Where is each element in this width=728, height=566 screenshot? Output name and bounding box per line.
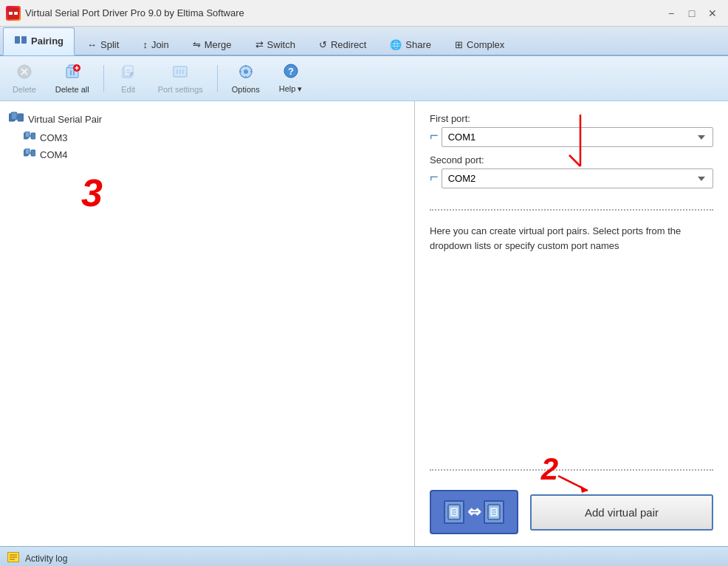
edit-icon [120,64,137,83]
status-icon [7,552,19,565]
delete-icon [16,64,32,83]
toolbar-separator-2 [217,65,218,92]
tab-switch[interactable]: ⇄ Switch [244,33,306,55]
tree-root[interactable]: Virtual Serial Pair [7,109,407,129]
svg-rect-37 [25,132,30,137]
redirect-icon: ↺ [319,39,327,50]
svg-rect-33 [11,112,17,120]
svg-rect-42 [31,150,35,156]
second-port-connector-icon: ⌐ [430,168,439,185]
help-icon: ? [283,63,299,83]
delete-all-label: Delete all [55,85,89,94]
port-settings-label: Port settings [158,85,203,94]
svg-point-25 [244,69,248,74]
annotation-2-arrow [551,472,595,502]
tab-redirect[interactable]: ↺ Redirect [308,33,377,55]
help-button[interactable]: ? Help ▾ [271,59,311,98]
tab-share[interactable]: 🌐 Share [379,33,442,55]
delete-button[interactable]: Delete [4,60,44,98]
annotation-3: 3 [81,171,407,215]
maximize-button[interactable]: □ [682,6,701,21]
toolbar-separator-1 [103,65,104,92]
ribbon-tabs: Pairing ↔ Split ↕ Join ⇋ Merge ⇄ Switch … [0,27,728,55]
port-box-right [484,500,504,524]
share-icon: 🌐 [390,39,402,50]
delete-all-button[interactable]: Delete all [47,60,97,98]
tab-join-label: Join [151,39,169,50]
tab-merge-label: Merge [205,39,232,50]
pair-graphic-inner: ⇔ [444,500,504,524]
tree-root-icon [9,111,24,127]
options-button[interactable]: Options [224,60,268,98]
arrows-icon: ⇔ [467,502,481,522]
split-icon: ↔ [87,39,97,50]
window-controls: − □ ✕ [662,6,722,21]
ribbon: Pairing ↔ Split ↕ Join ⇋ Merge ⇄ Switch … [0,27,728,56]
spacer [430,260,713,456]
tree-children: COM3 COM4 [22,129,407,163]
svg-rect-38 [31,133,35,139]
options-icon [238,64,254,83]
tab-complex-label: Complex [467,39,504,50]
tab-merge[interactable]: ⇋ Merge [182,33,243,55]
tree-item-com4[interactable]: COM4 [22,146,407,163]
window-title: Virtual Serial Port Driver Pro 9.0 by El… [25,7,244,18]
options-label: Options [232,85,260,94]
tab-complex[interactable]: ⊞ Complex [444,33,515,55]
help-label: Help ▾ [279,84,303,94]
switch-icon: ⇄ [255,39,264,50]
merge-icon: ⇋ [193,39,201,50]
tab-pairing[interactable]: Pairing [3,27,75,55]
svg-rect-41 [25,149,30,154]
status-text: Activity log [25,553,67,564]
com3-icon [24,132,35,144]
complex-icon: ⊞ [455,39,463,50]
port-settings-button[interactable]: Port settings [150,60,211,98]
edit-button[interactable]: Edit [110,60,147,98]
info-text: Here you can create virtual port pairs. … [430,224,713,253]
tab-redirect-label: Redirect [331,39,366,50]
title-bar: Virtual Serial Port Driver Pro 9.0 by El… [0,0,728,27]
annotation-arrow-1 [566,115,595,188]
toolbar: Delete Delete all Edi [0,56,728,101]
first-port-connector-icon: ⌐ [430,127,439,144]
divider-top [430,209,713,211]
svg-text:?: ? [288,66,294,77]
com4-label: COM4 [40,149,68,160]
port-settings-icon [172,64,188,83]
tab-share-label: Share [405,39,431,50]
svg-rect-3 [15,36,20,44]
tab-split[interactable]: ↔ Split [76,33,130,55]
app-icon [6,6,21,21]
delete-all-icon [64,64,80,83]
left-panel: Virtual Serial Pair COM3 [0,101,415,546]
pairing-icon [14,33,27,49]
tab-pairing-label: Pairing [31,35,63,47]
svg-rect-4 [21,36,27,44]
tree-item-com3[interactable]: COM3 [22,129,407,146]
com3-label: COM3 [40,132,68,143]
close-button[interactable]: ✕ [703,6,722,21]
pair-graphic: ⇔ [430,490,518,534]
svg-rect-1 [9,12,13,15]
tree-root-label: Virtual Serial Pair [28,114,102,125]
minimize-button[interactable]: − [662,6,681,21]
svg-line-45 [569,155,580,166]
tab-join[interactable]: ↕ Join [131,33,179,55]
port-box-left [444,500,464,524]
edit-label: Edit [121,85,135,94]
tab-switch-label: Switch [267,39,295,50]
com4-icon [24,149,35,161]
svg-rect-34 [18,114,24,121]
join-icon: ↕ [142,39,148,50]
tab-split-label: Split [100,39,119,50]
svg-rect-2 [14,12,18,15]
status-bar: Activity log [0,546,728,566]
delete-label: Delete [13,85,36,94]
divider-bottom [430,469,713,471]
main-area: Virtual Serial Pair COM3 [0,101,728,546]
title-bar-left: Virtual Serial Port Driver Pro 9.0 by El… [6,6,244,21]
